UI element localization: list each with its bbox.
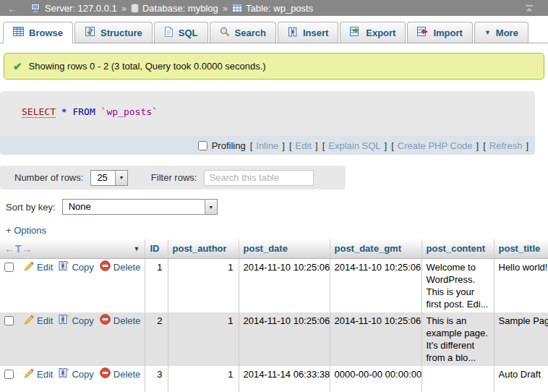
copy-row-link[interactable]: Copy [59, 315, 93, 327]
row-checkbox[interactable] [4, 316, 14, 325]
tab-import-label: Import [433, 27, 462, 38]
refresh-link[interactable]: Refresh [489, 140, 523, 151]
tab-bar: Browse Structure SQL Search Insert Expor… [0, 21, 548, 43]
profiling-checkbox[interactable] [198, 141, 207, 150]
column-move-icon[interactable]: ←T→ [4, 243, 33, 255]
number-of-rows-label: Number of rows: [14, 172, 83, 183]
sql-keyword-select[interactable]: SELECT [22, 106, 56, 118]
tab-import[interactable]: Import [407, 22, 472, 43]
tab-export-label: Export [366, 27, 395, 38]
cell-post-date-gmt: 2014-11-10 10:25:06 [330, 258, 421, 312]
breadcrumb-table-label: Table: wp_posts [246, 3, 313, 14]
sort-dropdown-icon[interactable]: ▼ [134, 245, 140, 252]
copy-icon [59, 261, 69, 273]
sort-by-key-select[interactable]: None ▼ [62, 199, 218, 215]
tab-search[interactable]: Search [210, 22, 276, 43]
tab-sql[interactable]: SQL [154, 22, 208, 43]
row-checkbox[interactable] [4, 263, 14, 272]
cell-post-date: 2014-11-10 10:25:06 [239, 312, 330, 366]
table-row: Edit Copy Delete 2 1 2014-11-10 10:25:06… [0, 312, 548, 366]
edit-link[interactable]: Edit [296, 140, 312, 151]
breadcrumb-separator: » [223, 3, 228, 14]
tab-browse[interactable]: Browse [3, 22, 73, 43]
export-icon [350, 27, 361, 38]
copy-row-link[interactable]: Copy [59, 261, 93, 273]
cell-id: 1 [145, 258, 168, 312]
column-header-post-date[interactable]: post_date [239, 239, 330, 258]
column-header-post-author[interactable]: post_author [168, 239, 239, 258]
bracket: ] [282, 140, 285, 151]
breadcrumb-separator: » [121, 3, 127, 14]
cell-id: 2 [145, 312, 168, 366]
breadcrumb-table[interactable]: Table: wp_posts [232, 3, 313, 14]
table-row: Edit Copy Delete 3 1 2014-11-14 06:33:38… [0, 366, 548, 392]
cell-id: 3 [145, 366, 168, 392]
table-row: Edit Copy Delete 1 1 2014-11-10 10:25:06… [0, 258, 548, 312]
copy-label: Copy [72, 261, 93, 273]
cell-post-author: 1 [168, 312, 239, 366]
bracket: [ [250, 140, 253, 151]
edit-row-link[interactable]: Edit [23, 368, 53, 381]
breadcrumb-database[interactable]: Database: myblog [131, 3, 218, 14]
sort-by-key-row: Sort by key: None ▼ [0, 199, 548, 215]
tab-structure[interactable]: Structure [74, 22, 153, 43]
tab-browse-label: Browse [29, 27, 63, 38]
edit-link-group: [Edit] [289, 140, 318, 151]
delete-label: Delete [114, 315, 141, 327]
delete-row-link[interactable]: Delete [100, 367, 141, 381]
inline-link-group: [Inline] [250, 140, 285, 151]
structure-icon [85, 27, 95, 38]
create-php-code-link-group: [Create PHP Code] [391, 140, 479, 151]
tab-search-label: Search [235, 27, 266, 38]
tab-insert[interactable]: Insert [278, 22, 338, 43]
delete-icon [100, 260, 111, 274]
filter-rows-input[interactable] [204, 170, 314, 186]
table-icon [232, 4, 242, 12]
back-arrow-icon[interactable]: ← [7, 2, 18, 14]
copy-row-link[interactable]: Copy [59, 368, 93, 380]
number-of-rows-select[interactable]: 25 ▼ [90, 170, 127, 186]
tab-sql-label: SQL [179, 27, 198, 38]
actions-header-cell: ←T→ ▼ [0, 239, 145, 258]
breadcrumb-server[interactable]: Server: 127.0.0.1 [31, 3, 117, 14]
refresh-link-group: [Refresh] [483, 140, 528, 151]
options-toggle-link[interactable]: + Options [0, 225, 46, 236]
results-table: ←T→ ▼ ID post_author post_date post_date… [0, 239, 548, 392]
tab-export[interactable]: Export [340, 22, 406, 43]
cell-post-date: 2014-11-10 10:25:06 [239, 258, 330, 312]
select-caret-icon: ▼ [115, 171, 127, 185]
tab-more[interactable]: ▼ More [474, 22, 528, 43]
sort-by-key-value: None [63, 200, 205, 214]
sql-keyword-from: FROM [72, 106, 95, 117]
delete-label: Delete [114, 261, 141, 273]
bracket: ] [315, 140, 318, 151]
profiling-label: Profiling [212, 140, 246, 151]
edit-row-link[interactable]: Edit [23, 315, 53, 328]
collapse-panel-icon[interactable] [525, 4, 534, 12]
delete-label: Delete [114, 368, 141, 380]
sql-icon [164, 27, 174, 39]
bracket: [ [391, 140, 394, 151]
delete-row-link[interactable]: Delete [100, 260, 141, 274]
inline-link[interactable]: Inline [256, 140, 278, 151]
breadcrumb-server-label: Server: 127.0.0.1 [45, 3, 117, 14]
explain-sql-link[interactable]: Explain SQL [328, 140, 380, 151]
sql-panel: SELECT * FROM `wp_posts` Profiling [Inli… [0, 91, 535, 155]
success-check-icon: ✔ [13, 60, 22, 73]
cell-post-author: 1 [168, 258, 239, 312]
delete-row-link[interactable]: Delete [100, 314, 141, 328]
column-header-post-date-gmt[interactable]: post_date_gmt [330, 239, 421, 258]
status-message: ✔ Showing rows 0 - 2 (3 total, Query too… [4, 53, 544, 80]
sql-star: * [61, 106, 67, 117]
column-header-post-title[interactable]: post_title [494, 239, 548, 258]
copy-label: Copy [72, 315, 93, 327]
row-checkbox[interactable] [4, 370, 14, 379]
cell-post-content: Welcome to WordPress. This is your first… [421, 258, 494, 312]
cell-post-content: This is an example page. It's different … [421, 312, 494, 366]
column-header-post-content[interactable]: post_content [421, 239, 494, 258]
create-php-code-link[interactable]: Create PHP Code [398, 140, 473, 151]
chevron-down-icon: ▼ [484, 29, 491, 36]
edit-row-link[interactable]: Edit [23, 261, 53, 274]
select-caret-icon: ▼ [205, 200, 217, 214]
column-header-id[interactable]: ID [145, 239, 168, 258]
